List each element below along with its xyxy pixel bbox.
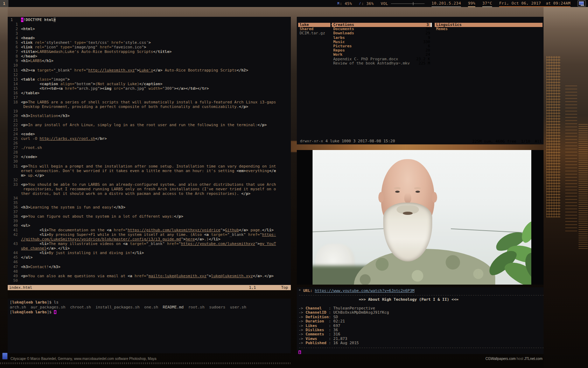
terminal-row: 42 <li>By pressing Super+F1 while in the… xyxy=(9,232,291,237)
terminal-row: 8</head> xyxy=(9,54,291,59)
terminal-row: 24<code> xyxy=(9,132,291,136)
terminal-row: * URL: https://www.youtube.com/watch?v=6… xyxy=(299,289,544,293)
terminal-row: 48 xyxy=(9,269,291,274)
video-frame xyxy=(313,150,531,285)
terminal-row: 43 <li>The many illustrative videos on <… xyxy=(9,241,291,246)
terminal-row: 23 xyxy=(9,127,291,132)
terminal-row: 3 xyxy=(9,31,291,36)
monitor-base-icon xyxy=(581,5,584,6)
terminal-row: 18<p>The LARBS are a series of shell scr… xyxy=(9,100,291,104)
ranger-file-permissions: drwxr-xr-x 4 luke 1000 3 2017-08-08 15:2… xyxy=(299,139,395,144)
i3-status-bar: 1 M: 45% /: 36% VOL 10.201.5.234 99% 37°… xyxy=(0,0,588,7)
video-wash-overlay xyxy=(313,150,531,285)
terminal-row: ----------------------------------------… xyxy=(299,293,544,297)
terminal-row: -> Channel : ThuleanPerspective xyxy=(299,306,544,311)
terminal-cursor xyxy=(54,310,56,314)
vim-filename: index.html xyxy=(8,285,32,290)
wallpaper-building xyxy=(546,56,560,217)
terminal-row xyxy=(299,302,544,306)
terminal-row: repositories, but I recommend running LA… xyxy=(9,187,291,191)
ranger-current-column[interactable]: Creations3Documents30Downloads29larbs9Mu… xyxy=(332,23,432,139)
terminal-row: ernet connection. Don't be worried if it… xyxy=(9,169,291,173)
terminal-row: 20<h3>Installation</h3> xyxy=(9,114,291,118)
vim-editor-window[interactable]: 1<!DOCTYPE html>12<html>34<head>5<link r… xyxy=(8,17,291,290)
terminal-row: 13<table class="image"> xyxy=(9,77,291,82)
wallpaper-right-strip xyxy=(544,7,588,368)
terminal-row: [luke@leeb larbs]$ xyxy=(10,309,291,314)
memory-module: M: 45% xyxy=(337,0,352,7)
wallpaper-site-credit: CGWallpapers.com host JTLnet.com xyxy=(485,357,542,361)
ranger-miller-columns: lukeSharedDCIM.tar.gz Creations3Document… xyxy=(297,23,544,139)
terminal-row: -> Likes : 697 xyxy=(299,324,544,328)
terminal-row: DCIM.tar.gz xyxy=(298,31,330,35)
terminal-row: 25curl -O http://larbs.xyz/root.sh</br> xyxy=(9,136,291,141)
terminal-row: 12 xyxy=(9,73,291,77)
terminal-row: Repos20 xyxy=(332,48,432,53)
temperature-module: 37°C xyxy=(482,0,492,7)
vim-buffer[interactable]: 1<!DOCTYPE html>12<html>34<head>5<link r… xyxy=(8,18,291,283)
terminal-row: luke xyxy=(298,23,330,27)
youtube-viewer-terminal[interactable]: * URL: https://www.youtube.com/watch?v=6… xyxy=(297,287,544,354)
disk-module: /: 36% xyxy=(359,0,374,7)
terminal-row: 19 xyxy=(9,109,291,114)
terminal-row: 6<link rel="icon" type="image/png" href=… xyxy=(9,45,291,49)
terminal-row: 35 xyxy=(9,200,291,205)
wallpaper-left-strip xyxy=(0,7,8,368)
terminal-row: 50 xyxy=(9,278,291,283)
mpv-video-window[interactable] xyxy=(297,150,544,285)
shell-terminal-window[interactable]: [luke@leeb larbs]$ lsarch.sh aur_package… xyxy=(8,299,291,353)
terminal-row: =>> About High Technology (Part I & II) … xyxy=(299,298,544,302)
terminal-row: 14 <caption align="bottom">(Not actually… xyxy=(9,82,291,86)
terminal-row: 26 xyxy=(9,141,291,145)
terminal-row: 22<p>In any install of Arch Linux, simpl… xyxy=(9,123,291,127)
video-info-output: * URL: https://www.youtube.com/watch?v=6… xyxy=(299,289,544,354)
volume-slider-handle[interactable] xyxy=(413,2,413,5)
terminal-row xyxy=(299,350,544,354)
terminal-row: Music330 xyxy=(332,40,432,44)
terminal-row: -> Published : 16 Aug 2015 xyxy=(299,341,544,345)
terminal-row: larbs9 xyxy=(332,36,432,40)
system-tray-monitor-icon[interactable] xyxy=(578,0,586,7)
ranger-preview-column[interactable]: LinguisticsMemes xyxy=(435,23,542,139)
ranger-parent-column[interactable]: lukeSharedDCIM.tar.gz xyxy=(298,23,330,139)
terminal-row: 10 xyxy=(9,63,291,68)
volume-module[interactable]: VOL xyxy=(381,0,425,7)
terminal-row: 27./root.sh xyxy=(9,145,291,150)
terminal-row: //github.com/LukeSmithxyz/voidrice/blob/… xyxy=(9,237,291,241)
terminal-row: 41 <li>The documentation on the <a href=… xyxy=(9,228,291,232)
ranger-titlebar: luke@leeb ~/Creations xyxy=(297,17,544,22)
terminal-row: 2<html> xyxy=(9,27,291,31)
terminal-row: Pictures6 xyxy=(332,44,432,48)
terminal-row: 40<ul> xyxy=(9,223,291,228)
terminal-row: -> ChannelID : UChBsOxskMpDmBAsgJ91fKcg xyxy=(299,311,544,315)
terminal-row: -> Definition: SD xyxy=(299,315,544,319)
terminal-row: 9<h1>LARBS</h1> xyxy=(9,59,291,63)
terminal-row: ther distros, but it should work on a di… xyxy=(9,191,291,196)
vim-scroll-position: Top xyxy=(281,285,288,290)
workspace-button-1[interactable]: 1 xyxy=(0,0,8,7)
terminal-row: Appendix C- PhD Program.docx23.2 K xyxy=(332,57,432,61)
ranger-window[interactable]: luke@leeb ~/Creations lukeSharedDCIM.tar… xyxy=(297,17,544,144)
terminal-row: Creations3 xyxy=(332,23,432,27)
terminal-row: drwxr-xr-x 4 luke 1000 3 2017-08-08 15:2… xyxy=(299,139,395,143)
vim-statusline: index.html 1,1 Top xyxy=(8,285,291,290)
terminal-row: Memes xyxy=(435,27,542,31)
disk-icon: / xyxy=(359,2,361,5)
terminal-row: m> up.</p> xyxy=(9,173,291,178)
ranger-statusbar: drwxr-xr-x 4 luke 1000 3 2017-08-08 15:2… xyxy=(297,139,544,144)
terminal-row: Downloads29 xyxy=(332,31,432,35)
terminal-row: 11<h2><a target="_blank" href="http://lu… xyxy=(9,68,291,73)
terminal-row: 16</table> xyxy=(9,91,291,95)
terminal-row: [luke@leeb larbs]$ ls xyxy=(10,300,291,305)
terminal-row: 36<h3>Learning the system is fun and eas… xyxy=(9,205,291,210)
wallpaper-building xyxy=(579,123,588,249)
terminal-row: -> Views : 21,873 xyxy=(299,337,544,341)
terminal-row: 1 xyxy=(9,22,291,27)
terminal-row: 4<head> xyxy=(9,36,291,40)
wallpaper-blue-chip xyxy=(2,353,8,360)
volume-slider[interactable] xyxy=(391,4,425,4)
terminal-row: Shared xyxy=(298,27,330,31)
terminal-row: 31<p>This will begin a prompt and the in… xyxy=(9,164,291,169)
terminal-row: 29</code> xyxy=(9,155,291,159)
terminal-row: 21 xyxy=(9,118,291,123)
